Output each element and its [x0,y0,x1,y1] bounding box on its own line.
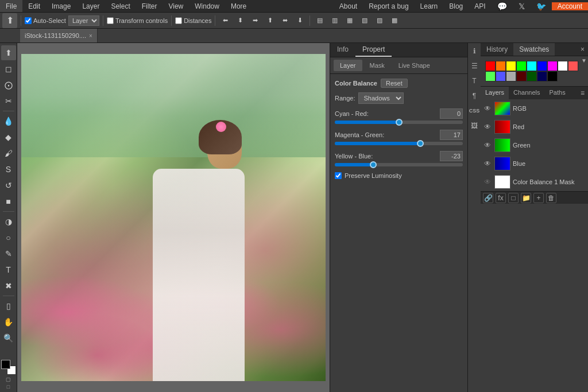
transform-checkbox[interactable] [107,17,114,24]
prop-tab-layer[interactable]: Layer [334,60,362,71]
range-dropdown[interactable]: Shadows Midtones Highlights [358,92,404,104]
layers-tab-paths[interactable]: Paths [545,87,570,99]
reset-button[interactable]: Reset [381,79,408,88]
magenta-green-thumb[interactable] [417,140,424,147]
swatch-blue[interactable] [537,61,547,71]
swatch-darkblue[interactable] [537,71,547,81]
tab-property[interactable]: Propert [355,43,392,57]
cyan-red-value[interactable] [440,108,463,119]
distribute-center-btn[interactable]: ▥ [328,14,341,27]
menu-layer[interactable]: Layer [76,0,105,12]
swatch-lightred[interactable] [568,61,578,71]
distribute-left-btn[interactable]: ▤ [314,14,326,27]
panel-close-btn[interactable]: × [577,43,588,56]
swatch-darkgreen[interactable] [527,71,537,81]
prop-tab-mask[interactable]: Mask [363,60,391,71]
menu-account[interactable]: Account [552,2,588,10]
foreground-color-swatch[interactable] [1,360,10,369]
align-center-btn[interactable]: ⬍ [234,14,246,27]
align-left-btn[interactable]: ⬅ [219,14,231,27]
fg-bg-swatches[interactable] [1,360,16,375]
link-layers-btn[interactable]: 🔗 [483,193,493,203]
tool-lasso[interactable]: ⨀ [1,77,16,92]
menu-twitter-icon[interactable]: 𝕏 [513,2,531,11]
menu-about[interactable]: About [334,2,363,10]
layer-row-green[interactable]: 👁 Green [481,136,588,154]
menu-api[interactable]: API [469,2,491,10]
tool-eyedropper[interactable]: 💧 [1,114,16,129]
magenta-green-track[interactable] [335,142,463,145]
swatch-lightgreen[interactable] [485,71,496,81]
yellow-blue-track[interactable] [335,163,463,166]
css-icon[interactable]: CSS [469,105,480,117]
history-tab[interactable]: History [481,43,513,56]
magenta-green-value[interactable] [440,130,463,140]
prop-tab-liveshape[interactable]: Live Shape [392,60,436,71]
menu-more[interactable]: More [225,0,252,12]
preserve-luminosity-checkbox[interactable] [335,172,342,179]
layer-eye-green[interactable]: 👁 [483,141,492,150]
delete-layer-btn[interactable]: 🗑 [546,193,556,203]
distances-checkbox[interactable] [175,17,182,24]
menu-select[interactable]: Select [105,0,136,12]
swatch-green[interactable] [516,61,527,71]
info-icon[interactable]: ℹ [469,45,480,57]
menu-bug[interactable]: Report a bug [363,2,414,10]
quick-mask-icon[interactable]: ▢ [6,377,11,382]
tool-move[interactable]: ⬆ [1,45,16,60]
swatch-yellow[interactable] [506,61,516,71]
align-middle-btn[interactable]: ⬌ [278,14,291,27]
tool-crop[interactable]: ✂ [1,94,16,108]
layer-row-red[interactable]: 👁 Red [481,118,588,136]
tool-history-brush[interactable]: ↺ [1,178,16,193]
menu-reddit-icon[interactable]: 💬 [492,2,513,11]
paragraph-icon[interactable]: ¶ [469,90,480,102]
tool-vector[interactable]: ✖ [1,278,16,293]
layers-tab-layers[interactable]: Layers [481,87,509,99]
distribute-right-btn[interactable]: ▦ [343,14,356,27]
menu-file[interactable]: File [0,0,22,12]
tool-gradient[interactable]: ◑ [1,214,16,229]
cyan-red-track[interactable] [335,121,463,124]
align-right-btn[interactable]: ➡ [249,14,261,27]
tool-dodge[interactable]: ○ [1,230,16,245]
tool-pen[interactable]: ✎ [1,246,16,261]
add-style-btn[interactable]: fx [496,193,506,203]
layer-row-rgb[interactable]: 👁 RGB [481,99,588,118]
auto-select-dropdown[interactable]: Layer [68,15,99,26]
menu-window[interactable]: Window [189,0,225,12]
distribute-middle-btn[interactable]: ▨ [373,14,386,27]
tool-shape[interactable]: ▯ [1,298,16,313]
swatch-cyan[interactable] [527,61,537,71]
align-top-btn[interactable]: ⬆ [264,14,276,27]
swatches-tab[interactable]: Swatches [513,43,555,56]
auto-select-checkbox[interactable] [25,17,32,24]
screen-mode-icon[interactable]: □ [7,384,10,390]
menu-facebook-icon[interactable]: 🐦 [531,2,552,11]
swatch-magenta[interactable] [547,61,558,71]
align-bottom-btn[interactable]: ⬇ [293,14,306,27]
swatch-black[interactable] [547,71,558,81]
tool-zoom[interactable]: 🔍 [1,331,16,346]
menu-blog[interactable]: Blog [443,2,469,10]
new-layer-btn[interactable]: + [533,193,544,203]
image-prop-icon[interactable]: 🖼 [469,120,480,131]
tool-eraser[interactable]: ■ [1,194,16,209]
layer-row-blue[interactable]: 👁 Blue [481,154,588,173]
swatch-white[interactable] [558,61,568,71]
doc-tab-close[interactable]: × [89,33,92,39]
layer-eye-rgb[interactable]: 👁 [483,104,492,113]
layer-eye-red[interactable]: 👁 [483,122,492,131]
swatch-red[interactable] [485,61,496,71]
menu-learn[interactable]: Learn [415,2,444,10]
menu-filter[interactable]: Filter [136,0,163,12]
layers-tab-channels[interactable]: Channels [509,87,544,99]
swatch-darkred[interactable] [516,71,527,81]
yellow-blue-thumb[interactable] [370,161,377,168]
swatch-gray[interactable] [506,71,516,81]
menu-edit[interactable]: Edit [22,0,46,12]
adjustments-icon[interactable]: ☰ [469,60,480,72]
transform-btn[interactable]: ▩ [388,14,401,27]
document-tab[interactable]: iStock-1131150290.... × [20,29,98,42]
swatches-dropdown-icon[interactable]: ▼ [581,57,587,64]
